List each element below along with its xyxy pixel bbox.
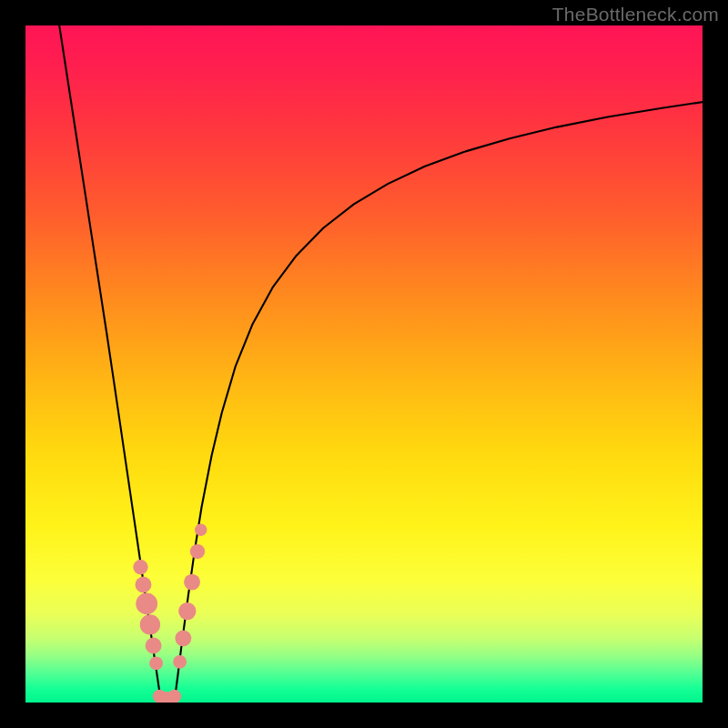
marker-dot (167, 690, 181, 703)
marker-dot (149, 656, 163, 670)
marker-dot (195, 524, 207, 536)
marker-dot (136, 592, 157, 614)
marker-dot (178, 602, 196, 620)
marker-dot (146, 638, 162, 654)
marker-dot (136, 577, 152, 593)
marker-dot (175, 630, 191, 646)
marker-dot (173, 655, 187, 669)
marker-dot (140, 614, 160, 634)
marker-dot (190, 544, 205, 559)
watermark-text: TheBottleneck.com (552, 4, 719, 25)
chart-frame: TheBottleneck.com (0, 0, 728, 728)
marker-dot (133, 560, 147, 574)
curve-layer (25, 25, 703, 703)
marker-dot (184, 574, 200, 591)
curve-right-branch (175, 102, 703, 701)
plot-area (25, 25, 703, 703)
